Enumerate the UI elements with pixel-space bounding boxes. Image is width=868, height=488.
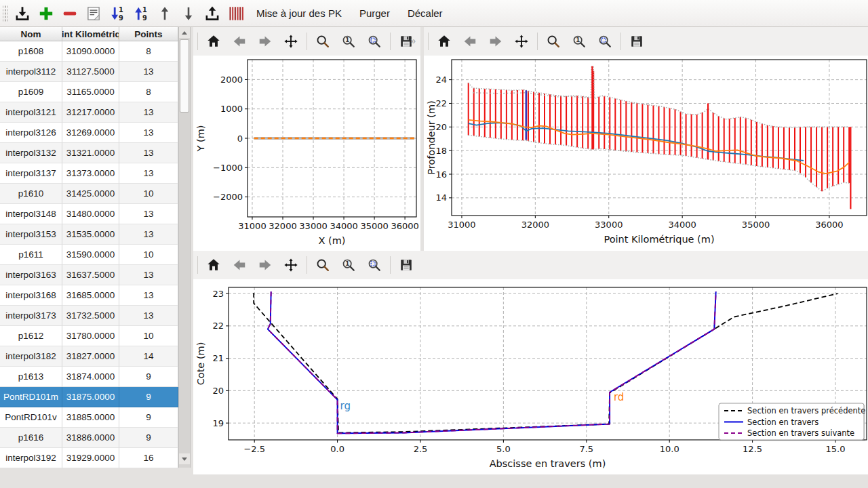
column-header-nom[interactable]: Nom: [0, 27, 62, 41]
table-row[interactable]: interpol315331535.000013: [0, 224, 178, 245]
forward-icon: [258, 258, 273, 272]
table-row[interactable]: interpol319231929.000016: [0, 448, 178, 468]
back-button[interactable]: [228, 254, 251, 276]
table-row[interactable]: p161131590.000010: [0, 245, 178, 265]
savefig-button[interactable]: [625, 30, 648, 52]
table-row[interactable]: interpol318231827.000014: [0, 346, 178, 367]
notes-button[interactable]: [82, 3, 104, 24]
svg-text:16: 16: [435, 169, 447, 180]
table-row[interactable]: p161631886.00009: [0, 428, 178, 448]
export-icon: [203, 5, 221, 22]
remove-icon: [61, 5, 79, 22]
home-button[interactable]: [202, 30, 225, 52]
toolbar-separator: [390, 256, 391, 274]
zoom-one-button[interactable]: [337, 254, 360, 276]
purge-button[interactable]: Purger: [351, 3, 398, 24]
forward-button[interactable]: [484, 30, 507, 52]
toolbar-grip[interactable]: [3, 5, 8, 22]
cell-nom: p1608: [0, 41, 62, 62]
zoom-one-button[interactable]: [337, 30, 360, 52]
table-row[interactable]: interpol311231127.500013: [0, 62, 178, 82]
svg-text:−2.5: −2.5: [243, 444, 265, 454]
plan-view-canvas[interactable]: 310003200033000340003500036000−2000−1000…: [193, 56, 420, 251]
svg-text:0.0: 0.0: [330, 444, 344, 454]
import-button[interactable]: [11, 3, 33, 24]
sort-descending-button[interactable]: [106, 3, 128, 24]
cell-pk: 31480.0000: [62, 204, 119, 224]
table-row[interactable]: interpol317331732.500013: [0, 306, 178, 326]
plot-toolbar: [424, 27, 868, 56]
export-button[interactable]: [201, 3, 223, 24]
svg-text:−2000: −2000: [213, 192, 243, 202]
sort-ascending-button[interactable]: [130, 3, 152, 24]
cell-points: 13: [119, 62, 178, 82]
table-row[interactable]: interpol313731373.000013: [0, 163, 178, 184]
svg-text:15.0: 15.0: [826, 444, 846, 454]
back-button[interactable]: [458, 30, 481, 52]
cell-points: 8: [119, 82, 178, 102]
cell-pk: 31875.0000: [62, 387, 119, 407]
home-button[interactable]: [433, 30, 456, 52]
pan-button[interactable]: [279, 30, 302, 52]
scroll-down-button[interactable]: [179, 453, 190, 464]
add-button[interactable]: [35, 3, 57, 24]
table-row[interactable]: PontRD101m31875.00009: [0, 387, 178, 407]
shift-button[interactable]: Décaler: [399, 3, 451, 24]
table-row[interactable]: p161231780.000010: [0, 326, 178, 346]
table-row[interactable]: p160831090.00008: [0, 41, 178, 62]
remove-button[interactable]: [58, 3, 81, 24]
home-icon: [206, 258, 221, 272]
svg-text:Section en travers suivante: Section en travers suivante: [747, 428, 854, 438]
table-row[interactable]: PontRD101v31885.00009: [0, 407, 178, 428]
move-up-button[interactable]: [153, 3, 176, 24]
import-icon: [14, 5, 31, 22]
table-row[interactable]: p161031425.000010: [0, 184, 178, 204]
column-header-points[interactable]: Points: [119, 27, 178, 41]
forward-button[interactable]: [254, 254, 277, 276]
move-down-button[interactable]: [177, 3, 199, 24]
cell-pk: 31217.0000: [62, 102, 119, 123]
savefig-button[interactable]: [395, 254, 418, 276]
svg-text:35000: 35000: [742, 220, 770, 230]
update-pk-button[interactable]: Mise à jour des PK: [248, 3, 350, 24]
svg-text:22: 22: [212, 321, 224, 331]
zoom-button[interactable]: [311, 30, 334, 52]
table-row[interactable]: interpol312631269.000013: [0, 123, 178, 143]
sort-descending-icon: [108, 5, 126, 22]
forward-icon: [258, 34, 273, 49]
zoom-button[interactable]: [311, 254, 334, 276]
toolbar-separator: [197, 33, 198, 50]
cell-nom: p1610: [0, 184, 62, 204]
home-button[interactable]: [202, 254, 225, 276]
longitudinal-profile-canvas[interactable]: 3100032000330003400035000360001416182022…: [424, 56, 868, 251]
scrollbar-thumb[interactable]: [180, 39, 189, 113]
column-header-point-kilometrique[interactable]: Point Kilométrique: [62, 27, 119, 41]
pan-button[interactable]: [279, 254, 302, 276]
sections-button[interactable]: [224, 3, 247, 24]
plot-toolbar: »: [193, 27, 420, 56]
cell-pk: 31732.5000: [62, 306, 119, 326]
table-row[interactable]: interpol314831480.000013: [0, 204, 178, 224]
forward-button[interactable]: [254, 30, 277, 52]
cross-section-canvas[interactable]: rgrd−2.50.02.55.07.510.012.515.019202122…: [193, 279, 868, 474]
zoom-button[interactable]: [542, 30, 565, 52]
back-button[interactable]: [228, 30, 251, 52]
zoom-one-icon: [341, 258, 356, 272]
table-row[interactable]: interpol316331637.500013: [0, 265, 178, 285]
cell-pk: 31425.0000: [62, 184, 119, 204]
table-scrollbar[interactable]: [179, 27, 191, 468]
scroll-up-button[interactable]: [179, 27, 190, 38]
toolbar-overflow-chevron[interactable]: »: [410, 35, 415, 46]
table-row[interactable]: interpol312131217.000013: [0, 102, 178, 123]
cell-points: 10: [119, 245, 178, 265]
zoom-region-button[interactable]: [593, 30, 616, 52]
table-row[interactable]: interpol313231321.000013: [0, 143, 178, 163]
table-row[interactable]: p160931165.00008: [0, 82, 178, 102]
table-row[interactable]: interpol316831685.000013: [0, 285, 178, 306]
zoom-region-button[interactable]: [363, 30, 386, 52]
toolbar-separator: [307, 256, 307, 274]
zoom-one-button[interactable]: [568, 30, 591, 52]
table-row[interactable]: p161331874.00009: [0, 367, 178, 387]
zoom-region-button[interactable]: [363, 254, 386, 276]
pan-button[interactable]: [510, 30, 533, 52]
